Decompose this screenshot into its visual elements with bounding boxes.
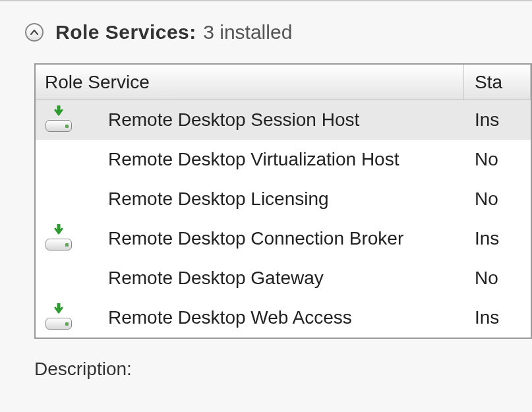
row-icon-cell (36, 187, 82, 211)
list-body: Remote Desktop Session HostInsRemote Des… (36, 100, 531, 338)
table-row[interactable]: Remote Desktop Virtualization HostNo (36, 140, 531, 179)
table-row[interactable]: Remote Desktop LicensingNo (36, 179, 531, 219)
row-icon-cell (36, 306, 82, 330)
role-services-list: Role Service Sta Remote Desktop Session … (34, 63, 532, 339)
row-name: Remote Desktop Session Host (82, 109, 464, 131)
row-status: Ins (464, 109, 531, 131)
installed-icon (44, 227, 74, 250)
column-header-status[interactable]: Sta (464, 65, 531, 100)
svg-rect-0 (57, 105, 61, 112)
row-icon-cell (36, 108, 82, 132)
svg-rect-1 (57, 224, 61, 231)
row-name: Remote Desktop Connection Broker (82, 228, 464, 249)
description-label: Description: (34, 359, 532, 380)
blank-icon (44, 148, 74, 171)
section-title: Role Services: (55, 21, 196, 43)
row-icon-cell (36, 227, 82, 250)
blank-icon (44, 266, 74, 290)
collapse-toggle[interactable] (25, 23, 44, 42)
table-row[interactable]: Remote Desktop Connection BrokerIns (36, 219, 531, 258)
table-row[interactable]: Remote Desktop Session HostIns (36, 100, 531, 140)
section-title-wrap: Role Services: 3 installed (55, 21, 292, 44)
row-icon-cell (36, 266, 82, 290)
row-name: Remote Desktop Virtualization Host (82, 149, 464, 170)
row-icon-cell (36, 148, 82, 171)
row-name: Remote Desktop Licensing (82, 189, 464, 210)
row-status: No (464, 268, 531, 289)
chevron-up-icon (30, 29, 39, 36)
section-header: Role Services: 3 installed (0, 1, 532, 63)
table-row[interactable]: Remote Desktop Web AccessIns (36, 298, 531, 338)
row-status: Ins (464, 307, 531, 328)
list-header: Role Service Sta (36, 65, 531, 100)
row-status: No (464, 189, 531, 210)
table-row[interactable]: Remote Desktop GatewayNo (36, 258, 531, 298)
column-header-role-service[interactable]: Role Service (36, 65, 464, 100)
row-status: No (464, 149, 531, 170)
svg-rect-2 (57, 303, 61, 310)
installed-count: 3 installed (203, 21, 292, 43)
row-name: Remote Desktop Web Access (82, 307, 464, 328)
row-name: Remote Desktop Gateway (82, 268, 464, 289)
blank-icon (44, 187, 74, 211)
installed-icon (44, 306, 74, 330)
installed-icon (44, 108, 74, 132)
row-status: Ins (464, 228, 531, 249)
